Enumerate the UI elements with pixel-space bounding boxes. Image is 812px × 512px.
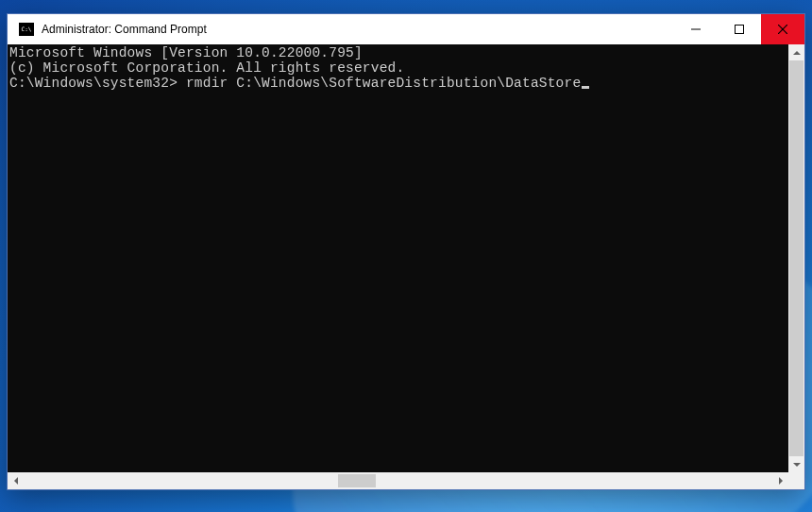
vertical-scrollbar[interactable] xyxy=(788,44,804,472)
terminal-prompt-line: C:\Windows\system32> rmdir C:\Windows\So… xyxy=(9,77,787,92)
cmd-icon xyxy=(19,23,34,36)
terminal-prompt: C:\Windows\system32> xyxy=(9,76,178,91)
close-icon xyxy=(778,25,787,34)
scroll-track-vertical[interactable] xyxy=(788,60,804,456)
minimize-button[interactable] xyxy=(674,14,718,44)
horizontal-scrollbar[interactable] xyxy=(8,472,804,489)
maximize-icon xyxy=(735,25,744,34)
scroll-right-arrow-icon[interactable] xyxy=(772,472,788,489)
scroll-track-horizontal[interactable] xyxy=(24,472,772,489)
scroll-up-arrow-icon[interactable] xyxy=(788,44,804,60)
titlebar[interactable]: Administrator: Command Prompt xyxy=(8,14,804,44)
terminal-command: rmdir C:\Windows\SoftwareDistribution\Da… xyxy=(186,76,581,91)
svg-marker-6 xyxy=(14,477,18,485)
terminal-cursor xyxy=(582,86,589,89)
command-prompt-window: Administrator: Command Prompt Microsoft … xyxy=(7,13,805,490)
maximize-button[interactable] xyxy=(718,14,761,44)
svg-rect-1 xyxy=(736,26,744,34)
svg-marker-4 xyxy=(793,51,801,55)
scroll-left-arrow-icon[interactable] xyxy=(8,472,24,489)
terminal-line: Microsoft Windows [Version 10.0.22000.79… xyxy=(9,46,787,61)
close-button[interactable] xyxy=(761,14,804,44)
svg-marker-5 xyxy=(793,463,801,467)
window-body: Microsoft Windows [Version 10.0.22000.79… xyxy=(8,44,804,472)
scroll-down-arrow-icon[interactable] xyxy=(788,456,804,472)
terminal-output[interactable]: Microsoft Windows [Version 10.0.22000.79… xyxy=(8,44,788,472)
window-title: Administrator: Command Prompt xyxy=(42,23,674,36)
scroll-thumb-horizontal[interactable] xyxy=(338,474,376,487)
svg-marker-7 xyxy=(779,477,783,485)
window-controls xyxy=(674,14,804,44)
scroll-thumb-vertical[interactable] xyxy=(789,60,804,456)
minimize-icon xyxy=(691,25,701,34)
resize-grip-icon[interactable] xyxy=(788,472,804,489)
terminal-line: (c) Microsoft Corporation. All rights re… xyxy=(9,61,787,77)
